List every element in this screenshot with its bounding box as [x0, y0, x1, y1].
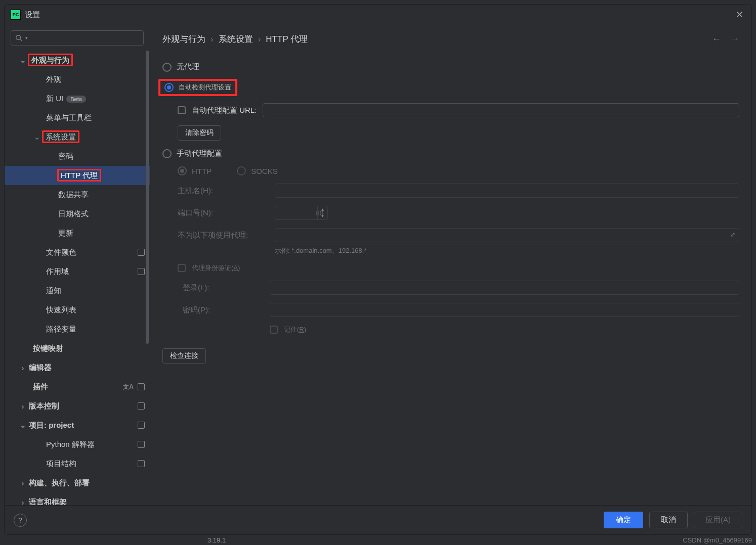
spinner-down-icon: ▼	[318, 213, 327, 219]
chevron-right-icon: ›	[211, 34, 214, 44]
tree-editor[interactable]: ›编辑器	[5, 358, 150, 377]
window-title: 设置	[25, 10, 40, 20]
chevron-down-icon: ⌄	[19, 421, 27, 429]
forward-icon: →	[730, 34, 739, 44]
tree-build-exec-deploy[interactable]: ›构建、执行、部署	[5, 473, 150, 492]
tree-version-control[interactable]: ›版本控制	[5, 396, 150, 416]
proxy-form: 无代理 自动检测代理设置 自动代理配置 URL: 清除密码	[150, 53, 751, 505]
gear-icon	[138, 460, 145, 467]
gear-icon	[138, 441, 145, 448]
dialog-footer: ? 确定 取消 应用(A)	[5, 505, 751, 534]
checkbox-auth	[178, 264, 186, 272]
tree-data-sharing[interactable]: 数据共享	[5, 185, 150, 204]
tree-new-ui[interactable]: 新 UIBeta	[5, 89, 150, 108]
password-input	[270, 303, 739, 317]
ok-button[interactable]: 确定	[604, 512, 643, 528]
help-icon[interactable]: ?	[14, 514, 27, 527]
field-label: 端口号(N):	[178, 208, 269, 218]
no-proxy-for-row: 不为以下项使用代理: ⤢	[178, 224, 739, 246]
tree-path-variables[interactable]: 路径变量	[5, 320, 150, 339]
tree-project-structure[interactable]: 项目结构	[5, 454, 150, 473]
gear-icon	[138, 402, 145, 410]
scrollbar[interactable]	[146, 51, 149, 344]
field-label: 登录(L):	[183, 283, 264, 293]
breadcrumb: 外观与行为 › 系统设置 › HTTP 代理 ← →	[150, 25, 751, 53]
radio-label: 自动检测代理设置	[179, 83, 231, 92]
clear-passwords-button[interactable]: 清除密码	[178, 125, 221, 141]
gear-icon	[138, 268, 145, 275]
apply-button: 应用(A)	[694, 512, 742, 528]
tree-menus-toolbars[interactable]: 菜单与工具栏	[5, 108, 150, 127]
tree-passwords[interactable]: 密码	[5, 147, 150, 166]
chevron-right-icon: ›	[19, 498, 27, 505]
tree-appearance-behavior[interactable]: ⌄ 外观与行为	[5, 51, 150, 70]
expand-icon: ⤢	[730, 231, 735, 238]
field-label: 主机名(H):	[178, 186, 269, 196]
close-icon[interactable]: ✕	[733, 9, 745, 21]
protocol-row: HTTP SOCKS	[178, 162, 739, 179]
svg-point-0	[16, 35, 21, 40]
radio-label: 无代理	[177, 62, 199, 72]
check-connection-button[interactable]: 检查连接	[162, 348, 206, 364]
settings-tree[interactable]: ⌄ 外观与行为 外观 新 UIBeta 菜单与工具栏 ⌄ 系统设置 密码 HTT…	[5, 51, 150, 505]
titlebar: PC 设置 ✕	[5, 5, 751, 25]
back-icon[interactable]: ←	[712, 34, 721, 44]
breadcrumb-item[interactable]: 外观与行为	[162, 33, 205, 45]
tree-lang-framework[interactable]: ›语言和框架	[5, 492, 150, 505]
tree-scopes[interactable]: 作用域	[5, 262, 150, 281]
sidebar: ▾ ⌄ 外观与行为 外观 新 UIBeta 菜单与工具栏 ⌄ 系统设置 密码 H…	[5, 25, 150, 505]
checkbox-auto-url[interactable]	[178, 106, 186, 114]
no-proxy-input	[275, 228, 739, 242]
chevron-down-icon: ⌄	[33, 133, 41, 141]
tree-notifications[interactable]: 通知	[5, 281, 150, 300]
tree-python-interpreter[interactable]: Python 解释器	[5, 435, 150, 454]
radio-manual-proxy[interactable]: 手动代理配置	[162, 145, 739, 162]
tree-plugins[interactable]: 插件文A	[5, 377, 150, 396]
tree-date-format[interactable]: 日期格式	[5, 204, 150, 223]
radio-label: HTTP	[192, 167, 212, 175]
cancel-button[interactable]: 取消	[649, 512, 688, 528]
watermark: CSDN @m0_45699169	[683, 536, 752, 544]
tree-label: HTTP 代理	[57, 169, 101, 181]
tree-label: 系统设置	[42, 130, 79, 143]
tree-project[interactable]: ⌄项目: project	[5, 416, 150, 435]
tree-updates[interactable]: 更新	[5, 223, 150, 243]
tree-appearance[interactable]: 外观	[5, 70, 150, 89]
radio-no-proxy[interactable]: 无代理	[162, 58, 739, 76]
breadcrumb-item[interactable]: 系统设置	[219, 33, 253, 45]
radio-socks	[237, 166, 246, 175]
gear-icon	[138, 249, 145, 256]
tree-http-proxy[interactable]: HTTP 代理	[5, 166, 150, 185]
radio-icon	[164, 83, 174, 92]
spinner-up-icon: ▲	[318, 206, 327, 213]
radio-http	[178, 166, 187, 175]
radio-auto-detect[interactable]: 自动检测代理设置	[158, 79, 237, 96]
radio-label: 手动代理配置	[177, 149, 222, 158]
tree-quick-lists[interactable]: 快速列表	[5, 300, 150, 320]
chevron-right-icon: ›	[19, 364, 27, 372]
port-row: 端口号(N): ▲▼	[178, 202, 739, 224]
version-text: 3.19.1	[207, 536, 226, 544]
search-icon	[15, 34, 22, 41]
gear-icon	[138, 422, 145, 429]
chevron-right-icon: ›	[258, 34, 261, 44]
auto-config-url-input[interactable]	[263, 103, 739, 117]
search-input[interactable]: ▾	[11, 30, 144, 46]
translate-icon: 文A	[123, 383, 134, 391]
clear-passwords-row: 清除密码	[178, 121, 739, 145]
tree-keymap[interactable]: 按键映射	[5, 339, 150, 358]
tree-file-colors[interactable]: 文件颜色	[5, 243, 150, 262]
tree-system-settings[interactable]: ⌄ 系统设置	[5, 127, 150, 147]
radio-label: SOCKS	[251, 167, 278, 175]
host-row: 主机名(H):	[178, 179, 739, 202]
remember-row: 记住(R)	[183, 321, 739, 338]
dialog-body: ▾ ⌄ 外观与行为 外观 新 UIBeta 菜单与工具栏 ⌄ 系统设置 密码 H…	[5, 25, 751, 505]
chevron-down-icon: ⌄	[19, 56, 27, 64]
settings-window: PC 设置 ✕ ▾ ⌄ 外观与行为 外观 新 UIBeta 菜单与工具栏 ⌄ 系	[4, 4, 752, 535]
field-label: 密码(P):	[183, 305, 264, 315]
radio-icon	[162, 149, 172, 158]
radio-icon	[162, 63, 172, 72]
check-connection-row: 检查连接	[162, 344, 739, 368]
auth-row: 代理身份验证(A)	[178, 259, 739, 277]
example-hint: 示例: *.domain.com、192.168.*	[275, 246, 366, 255]
